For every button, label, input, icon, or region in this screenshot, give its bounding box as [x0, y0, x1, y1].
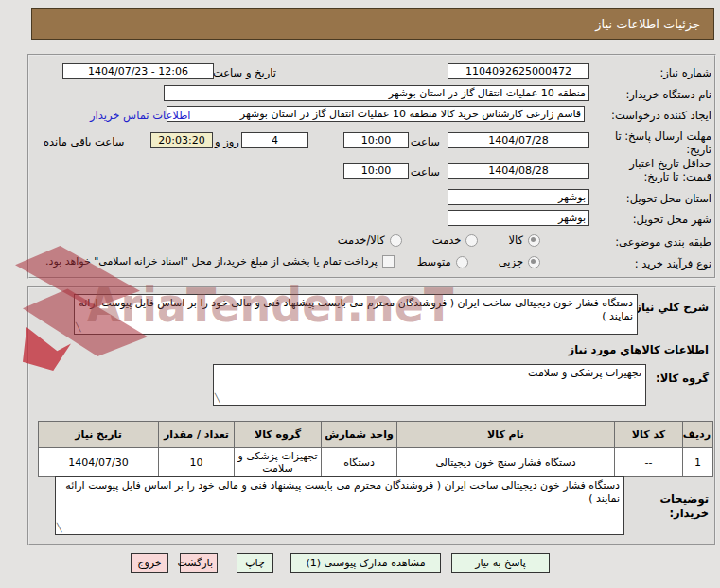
price-validity-time-field[interactable]: 10:00 [343, 163, 409, 179]
buyer-notes-label-1: توضیحات [660, 493, 710, 506]
time-left-suffix-label: ساعت باقی مانده [44, 135, 124, 148]
radio-icon[interactable] [465, 234, 478, 247]
exit-button[interactable]: خروج [131, 553, 168, 573]
days-sep-label: روز و [215, 135, 239, 148]
process-option-medium[interactable]: متوسط [417, 255, 468, 268]
goods-group-textarea[interactable]: تجهیزات پزشکی و سلامت [213, 364, 646, 406]
category-label: طبقه بندی موضوعی: [615, 235, 711, 249]
reply-to-need-button[interactable]: پاسخ به نیاز [451, 553, 550, 573]
time-left-field[interactable]: 20:03:20 [150, 132, 213, 148]
page-title: جزئیات اطلاعات نیاز [31, 8, 714, 40]
reply-deadline-time-label: ساعت [411, 135, 440, 148]
radio-icon[interactable] [390, 234, 402, 247]
treasury-payment-label: پرداخت تمام یا بخشی از مبلغ خرید،از محل … [45, 255, 378, 268]
cell-goods-name: دستگاه فشار سنج خون دیجیتالی [397, 448, 615, 477]
col-row-index: ردیف [683, 422, 713, 448]
days-left-field[interactable]: 4 [241, 132, 308, 148]
province-field[interactable]: بوشهر [448, 189, 589, 205]
need-number-field[interactable]: 1104092625000472 [448, 63, 589, 79]
col-goods-name: نام کالا [397, 422, 615, 448]
category-options: کالا خدمت کالا/خدمت [313, 233, 540, 247]
requester-field[interactable]: قاسم زارعی کارشناس خرید کالا منطقه 10 عم… [167, 106, 585, 122]
buyer-notes-textarea[interactable]: دستگاه فشار خون دیجیتالی ساخت ایران ( فر… [55, 476, 624, 535]
back-button[interactable]: بازگشت [180, 553, 218, 573]
category-option-goods-service[interactable]: کالا/خدمت [338, 233, 402, 247]
cell-goods-code: -- [615, 448, 683, 477]
cell-goods-group: تجهیزات پزشکی و سلامت [235, 448, 322, 477]
radio-selected-icon[interactable] [528, 256, 540, 268]
goods-table: ردیف کد کالا نام کالا واحد شمارش گروه کا… [38, 421, 713, 477]
radio-selected-icon[interactable] [528, 234, 540, 247]
col-quantity: تعداد / مقدار [159, 422, 235, 448]
goods-section-title: اطلاعات کالاهاي مورد نیاز [569, 343, 709, 356]
reply-deadline-date-field[interactable]: 1404/07/28 [448, 132, 589, 148]
view-attached-docs-button[interactable]: مشاهده مدارک پیوستی (1) [290, 553, 441, 573]
goods-group-label: گروه کالا: [656, 372, 709, 385]
category-option-goods-label: کالا [508, 233, 523, 247]
price-validity-date-field[interactable]: 1404/08/28 [448, 163, 589, 179]
cell-row-index: 1 [683, 448, 713, 477]
buyer-org-field[interactable]: منطقه 10 عملیات انتقال گاز در استان بوشه… [164, 85, 589, 101]
radio-icon[interactable] [456, 256, 468, 268]
goods-table-header-row: ردیف کد کالا نام کالا واحد شمارش گروه کا… [39, 422, 713, 448]
print-button[interactable]: چاپ [237, 553, 273, 573]
col-goods-code: کد کالا [615, 422, 683, 448]
goods-table-row: 1 -- دستگاه فشار سنج خون دیجیتالی دستگاه… [39, 448, 713, 477]
city-label: شهر محل تحویل: [633, 213, 711, 226]
col-count-unit: واحد شمارش [322, 422, 397, 448]
process-option-minor-label: جزیی [499, 255, 523, 268]
category-option-service[interactable]: خدمت [432, 233, 479, 247]
province-label: استان محل تحویل: [626, 192, 711, 205]
checkbox-icon[interactable] [382, 255, 395, 268]
process-label: نوع فرآیند خرید : [635, 257, 711, 270]
buyer-contact-link[interactable]: اطلاعات تماس خریدار [90, 109, 191, 122]
need-number-label: شماره نیاز: [659, 66, 711, 79]
cell-need-date: 1404/07/30 [39, 448, 159, 477]
category-option-goods-service-label: کالا/خدمت [338, 233, 385, 247]
reply-deadline-time-field[interactable]: 10:00 [343, 132, 409, 148]
price-validity-label-2: قیمت: تا تاریخ: [643, 170, 711, 183]
cell-count-unit: دستگاه [322, 448, 397, 477]
process-option-minor[interactable]: جزیی [499, 255, 540, 268]
col-need-date: تاریخ نیاز [39, 422, 159, 448]
buyer-org-label: نام دستگاه خریدار: [625, 88, 711, 101]
requester-label: ایجاد کننده درخواست: [611, 109, 711, 122]
price-validity-label-1: حداقل تاریخ اعتبار [629, 157, 711, 170]
reply-deadline-label-1: مهلت ارسال پاسخ: تا [615, 130, 711, 143]
treasury-payment-checkbox-wrap[interactable]: پرداخت تمام یا بخشی از مبلغ خرید،از محل … [45, 255, 395, 268]
need-details-page: جزئیات اطلاعات نیاز شماره نیاز: 11040926… [0, 0, 720, 588]
city-field[interactable]: بوشهر [448, 210, 589, 226]
category-option-goods[interactable]: کالا [508, 233, 540, 247]
announce-datetime-field[interactable]: 1404/07/23 - 12:06 [62, 63, 214, 79]
process-options: جزیی متوسط [393, 255, 540, 268]
cell-quantity: 10 [159, 448, 235, 477]
buyer-notes-label-2: خریدار: [669, 507, 709, 520]
col-goods-group: گروه کالا [235, 422, 322, 448]
treasury-payment-option: پرداخت تمام یا بخشی از مبلغ خرید،از محل … [45, 255, 395, 268]
reply-deadline-label-2: تاریخ: [686, 143, 711, 156]
price-validity-time-label: ساعت [411, 165, 440, 179]
need-desc-textarea[interactable]: دستگاه فشار خون دیجیتالی ساخت ایران ( فر… [74, 294, 638, 335]
process-option-medium-label: متوسط [417, 255, 451, 268]
category-option-service-label: خدمت [432, 233, 462, 247]
need-desc-label: شرح کلي نیاز: [631, 301, 709, 314]
